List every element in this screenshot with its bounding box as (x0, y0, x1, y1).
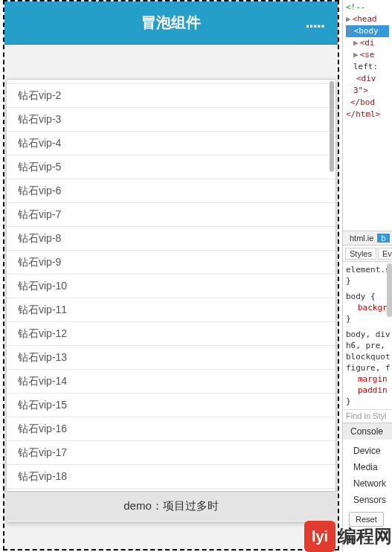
list-item[interactable]: 钻石vip-3 (7, 108, 335, 132)
content-area: 钻石vip-1 钻石vip-2 钻石vip-3 钻石vip-4 钻石vip-5 … (4, 45, 338, 521)
popup-list: 钻石vip-1 钻石vip-2 钻石vip-3 钻石vip-4 钻石vip-5 … (6, 79, 336, 522)
tab-styles[interactable]: Styles (345, 248, 376, 260)
css-element: element.s (346, 264, 389, 275)
list-item[interactable]: 钻石vip-11 (7, 298, 335, 322)
list-item[interactable]: 钻石vip-8 (7, 227, 335, 251)
css-blockquot: blockquot (346, 351, 389, 362)
list-item[interactable]: 钻石vip-10 (7, 275, 335, 298)
css-body: body { (346, 291, 389, 302)
tab-ev[interactable]: Ev (378, 248, 392, 260)
watermark-logo: lyi 编程网 (304, 521, 392, 552)
list-item[interactable]: 钻石vip-6 (7, 179, 335, 203)
header-title: 冒泡组件 (141, 13, 201, 33)
dom-left[interactable]: left: (353, 62, 378, 71)
css-padding: paddin (358, 385, 389, 396)
css-backgr: backgr (358, 302, 389, 313)
crumb-html[interactable]: html.ie (346, 234, 377, 243)
dom-body-selected[interactable]: ▼<body (346, 25, 389, 37)
dom-num[interactable]: 3"> (353, 86, 368, 95)
list-item[interactable]: 钻石vip-9 (7, 251, 335, 275)
logo-icon: lyi (304, 521, 335, 552)
phone-frame: 冒泡组件 ..... 钻石vip-1 钻石vip-2 钻石vip-3 钻石vip… (3, 0, 339, 551)
list-item[interactable]: 钻石vip-13 (7, 346, 335, 370)
list-item[interactable]: 钻石vip-18 (7, 465, 335, 489)
find-in-styles[interactable]: Find in Styl (343, 409, 392, 423)
list-item[interactable]: 钻石vip-2 (7, 84, 335, 108)
css-multi: body, div (346, 329, 389, 340)
popup-arrow (163, 521, 179, 522)
breadcrumb: html.ie b (343, 231, 392, 245)
setting-sensors[interactable]: Sensors (353, 492, 392, 508)
dom-div[interactable]: <di (360, 38, 375, 48)
setting-network[interactable]: Network (353, 475, 392, 492)
crumb-body[interactable]: b (377, 234, 389, 243)
settings-list: Device Media Network Sensors (343, 440, 392, 511)
setting-media[interactable]: Media (353, 459, 392, 475)
setting-device[interactable]: Device (353, 443, 392, 459)
popup-scroll[interactable]: 钻石vip-1 钻石vip-2 钻石vip-3 钻石vip-4 钻石vip-5 … (7, 80, 335, 521)
list-item[interactable]: 钻石vip-16 (7, 417, 335, 441)
list-item[interactable]: 钻石vip-14 (7, 370, 335, 394)
dom-comment[interactable]: <!-- (346, 2, 366, 12)
css-figure: figure, f (346, 362, 389, 373)
console-tab[interactable]: Console (343, 423, 392, 440)
dom-html-close[interactable]: </html> (346, 109, 380, 119)
list-item[interactable]: 钻石vip-5 (7, 155, 335, 179)
styles-scrollbar[interactable] (387, 263, 392, 317)
scrollbar[interactable] (330, 81, 334, 172)
styles-tabs: Styles Ev (343, 245, 392, 262)
dom-head[interactable]: <head (353, 14, 377, 24)
css-margin: margin (358, 373, 389, 385)
popup-arrow (164, 521, 179, 522)
dom-tree[interactable]: <!-- ▶<head ▼<body ▶<di ▶<se left: <div … (343, 0, 392, 231)
list-item[interactable]: 钻石vip-7 (7, 203, 335, 227)
dom-div[interactable]: <div (356, 74, 376, 83)
css-h6: h6, pre, (346, 340, 389, 351)
list-item[interactable]: 钻石vip-15 (7, 394, 335, 417)
more-icon[interactable]: ..... (305, 13, 324, 32)
logo-text: 编程网 (338, 524, 392, 548)
list-item[interactable]: 钻石vip-4 (7, 132, 335, 155)
styles-content[interactable]: element.s } body { backgr } body, div h6… (343, 262, 392, 409)
app-header: 冒泡组件 ..... (4, 1, 338, 45)
list-item[interactable]: 钻石vip-12 (7, 322, 335, 346)
list-item[interactable]: 钻石vip-17 (7, 441, 335, 465)
bottom-bar[interactable]: demo：项目过多时 (4, 491, 338, 521)
demo-label: demo：项目过多时 (123, 499, 219, 513)
devtools-panel: <!-- ▶<head ▼<body ▶<di ▶<se left: <div … (342, 0, 392, 552)
dom-body-close[interactable]: </bod (350, 97, 375, 107)
dom-select[interactable]: <se (360, 50, 375, 60)
